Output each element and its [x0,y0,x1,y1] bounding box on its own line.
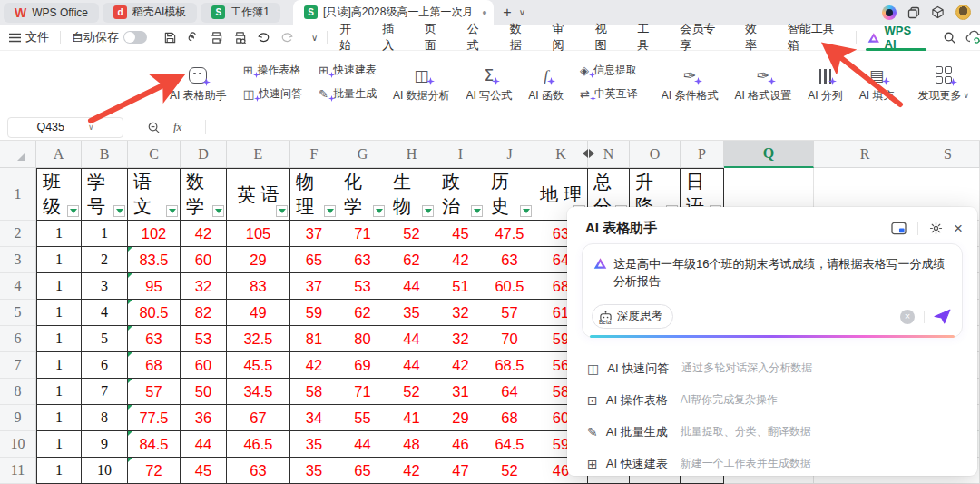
cell-D7[interactable]: 60 [181,352,227,379]
column-header-C[interactable]: C [128,141,181,168]
print-icon[interactable] [210,31,223,44]
ribbon-button-AI 格式设置[interactable]: ✑AI 格式设置 [726,55,799,110]
cell-F5[interactable]: 59 [290,300,338,326]
cell-I7[interactable]: 42 [436,352,485,379]
cell-E7[interactable]: 45.5 [227,352,290,379]
cell-B7[interactable]: 6 [82,352,128,379]
cell-G10[interactable]: 44 [338,431,387,458]
cell-C11[interactable]: 72 [128,458,181,484]
cell-F7[interactable]: 42 [290,352,338,379]
cell-H4[interactable]: 44 [387,273,436,300]
suggestion-AI 批量生成[interactable]: ✎AI 批量生成批量提取、分类、翻译数据 [567,416,977,448]
column-header-F[interactable]: F [290,141,338,168]
cell-D2[interactable]: 42 [181,221,227,247]
ribbon-button-信息提取[interactable]: ◈信息提取 [580,63,638,78]
cell-J11[interactable]: 52 [485,458,534,484]
filter-dropdown-B[interactable] [113,205,125,217]
cell-G9[interactable]: 55 [338,405,387,431]
cloud-sync-icon[interactable] [965,30,980,44]
suggestion-AI 操作表格[interactable]: ⊡AI 操作表格AI帮你完成复杂操作 [567,384,977,416]
clear-input-icon[interactable]: × [900,310,915,324]
filter-dropdown-F[interactable] [324,205,336,217]
ai-orb-icon[interactable] [882,5,897,20]
cell-E4[interactable]: 83 [227,273,290,300]
cell-D8[interactable]: 50 [181,379,227,405]
cell-E1[interactable]: 英语 [227,168,290,221]
cell-D1[interactable]: 数学 [181,168,227,221]
hidden-columns-indicator[interactable] [583,149,594,158]
cell-C8[interactable]: 57 [128,379,181,405]
row-header-9[interactable]: 9 [0,405,36,431]
autosave-control[interactable]: 自动保存 [63,29,156,45]
row-header-5[interactable]: 5 [0,300,36,326]
column-header-Q[interactable]: Q [724,141,814,168]
dock-panel-icon[interactable] [891,222,906,235]
ribbon-button-快速建表[interactable]: ⊞快速建表 [318,63,377,78]
cell-A11[interactable]: 1 [36,458,82,484]
menu-工具[interactable]: 工具 [627,21,670,54]
cell-D3[interactable]: 60 [181,247,227,273]
row-header-10[interactable]: 10 [0,431,36,458]
autosave-toggle[interactable] [123,31,147,44]
cell-J10[interactable]: 64.5 [485,431,534,458]
column-header-S[interactable]: S [916,141,980,168]
cell-J8[interactable]: 64 [485,379,534,405]
cell-G2[interactable]: 71 [338,221,387,247]
column-header-H[interactable]: H [387,141,436,168]
cell-G1[interactable]: 化学 [338,168,387,221]
cell-B6[interactable]: 5 [82,326,128,352]
cell-H10[interactable]: 48 [387,431,436,458]
cell-D11[interactable]: 45 [181,458,227,484]
cell-F4[interactable]: 37 [290,273,338,300]
row-header-4[interactable]: 4 [0,273,36,300]
fx-icon[interactable]: fx [173,120,181,134]
cell-C6[interactable]: 63 [128,326,181,352]
cell-C3[interactable]: 83.5 [128,247,181,273]
select-all-corner[interactable] [0,141,36,168]
cell-B3[interactable]: 2 [82,247,128,273]
document-tab[interactable]: S工作簿1 [201,3,280,23]
cell-E9[interactable]: 67 [227,405,290,431]
save-icon[interactable] [163,31,177,44]
cell-I11[interactable]: 47 [436,458,485,484]
restore-window-icon[interactable] [907,6,920,19]
cell-F3[interactable]: 65 [290,247,338,273]
filter-dropdown-E[interactable] [276,205,288,217]
ribbon-button-AI 分列[interactable]: AI 分列 [799,55,851,110]
cell-J3[interactable]: 63 [485,247,534,273]
cell-F6[interactable]: 81 [290,326,338,352]
cell-E5[interactable]: 49 [227,300,290,326]
cell-A4[interactable]: 1 [36,273,82,300]
cell-H11[interactable]: 42 [387,458,436,484]
cell-J6[interactable]: 70 [485,326,534,352]
cell-B9[interactable]: 8 [82,405,128,431]
cell-A2[interactable]: 1 [36,221,82,247]
menu-插入[interactable]: 插入 [372,21,415,54]
cell-D5[interactable]: 82 [181,300,227,326]
ribbon-button-AI 条件格式[interactable]: ✑AI 条件格式 [653,55,727,110]
cell-G3[interactable]: 63 [338,247,387,273]
cell-G11[interactable]: 65 [338,458,387,484]
cell-J1[interactable]: 历史 [485,168,534,221]
filter-dropdown-G[interactable] [373,205,385,217]
document-tab[interactable]: WWPS Office [4,3,99,23]
cell-C4[interactable]: 95 [128,273,181,300]
cell-I2[interactable]: 45 [436,221,485,247]
document-tab[interactable]: d稻壳AI模板 [103,3,197,23]
menu-智能工具箱[interactable]: 智能工具箱 [778,21,854,54]
filter-dropdown-J[interactable] [520,205,532,217]
cell-F9[interactable]: 34 [290,405,338,431]
ribbon-button-AI 函数[interactable]: fAI 函数 [520,55,572,110]
cell-E10[interactable]: 46.5 [227,431,290,458]
zoom-search-icon[interactable] [147,121,161,134]
cell-D10[interactable]: 44 [181,431,227,458]
cell-F10[interactable]: 35 [290,431,338,458]
undo-icon[interactable] [257,31,270,44]
cell-G7[interactable]: 69 [338,352,387,379]
column-header-D[interactable]: D [181,141,227,168]
workspace-cube-icon[interactable] [931,5,945,19]
column-header-B[interactable]: B [82,141,128,168]
column-header-R[interactable]: R [814,141,916,168]
cell-H7[interactable]: 44 [387,352,436,379]
cell-J4[interactable]: 60.5 [485,273,534,300]
